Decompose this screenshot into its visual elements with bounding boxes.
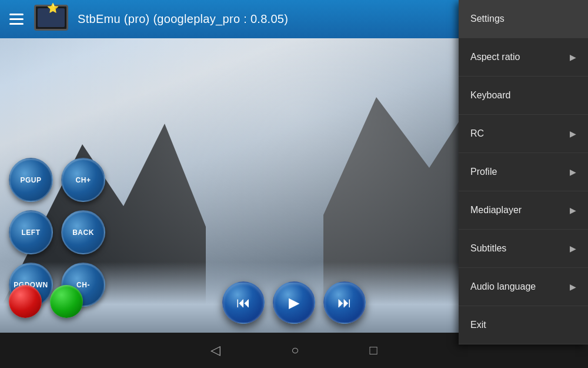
menu-item-settings[interactable]: Settings (459, 0, 588, 38)
fast-forward-button[interactable]: ⏭ (323, 281, 366, 324)
back-button[interactable]: BACK (61, 210, 105, 254)
menu-item-mediaplayer[interactable]: Mediaplayer▶ (459, 191, 588, 230)
back-nav-button[interactable]: ◁ (211, 343, 220, 358)
menu-item-label-mediaplayer: Mediaplayer (470, 205, 522, 216)
chevron-right-icon: ▶ (570, 244, 576, 253)
rewind-button[interactable]: ⏮ (222, 281, 265, 324)
ch-plus-button[interactable]: CH+ (61, 158, 105, 202)
menu-item-exit[interactable]: Exit (459, 306, 588, 344)
chevron-right-icon: ▶ (570, 205, 576, 215)
chevron-right-icon: ▶ (570, 282, 576, 291)
menu-item-label-audio-language: Audio language (470, 281, 536, 292)
menu-item-label-profile: Profile (470, 167, 497, 177)
menu-item-label-aspect-ratio: Aspect ratio (470, 52, 520, 62)
hamburger-line (9, 18, 24, 20)
home-nav-button[interactable]: ○ (291, 343, 299, 358)
chevron-right-icon: ▶ (570, 167, 576, 177)
star-icon: ⭐ (47, 2, 59, 14)
controls-row-1: PGUP CH+ (9, 158, 121, 202)
menu-item-label-keyboard: Keyboard (470, 90, 511, 101)
hamburger-line (9, 14, 24, 15)
hamburger-line (9, 23, 24, 25)
left-button[interactable]: LEFT (9, 210, 53, 254)
fast-forward-icon: ⏭ (338, 294, 352, 311)
menu-item-aspect-ratio[interactable]: Aspect ratio▶ (459, 38, 588, 77)
recents-nav-button[interactable]: □ (370, 343, 377, 358)
tv-logo: ⭐ (34, 5, 69, 34)
app-title: StbEmu (pro) (googleplay_pro : 0.8.05) (78, 12, 288, 26)
menu-item-label-rc: RC (470, 128, 484, 139)
hamburger-button[interactable] (7, 11, 26, 27)
chevron-right-icon: ▶ (570, 129, 576, 138)
menu-item-subtitles[interactable]: Subtitles▶ (459, 230, 588, 268)
play-button[interactable]: ▶ (273, 281, 315, 324)
settings-dropdown: SettingsAspect ratio▶KeyboardRC▶Profile▶… (459, 0, 588, 344)
menu-item-label-exit: Exit (470, 320, 486, 330)
menu-item-profile[interactable]: Profile▶ (459, 153, 588, 191)
app-header: ⭐ StbEmu (pro) (googleplay_pro : 0.8.05) (0, 0, 459, 38)
menu-item-label-subtitles: Subtitles (470, 243, 506, 254)
menu-item-keyboard[interactable]: Keyboard (459, 77, 588, 115)
pgup-button[interactable]: PGUP (9, 158, 53, 202)
menu-item-audio-language[interactable]: Audio language▶ (459, 268, 588, 306)
rewind-icon: ⏮ (236, 294, 250, 311)
menu-item-rc[interactable]: RC▶ (459, 115, 588, 153)
menu-item-label-settings: Settings (470, 14, 505, 24)
controls-row-2: LEFT BACK (9, 210, 121, 254)
chevron-right-icon: ▶ (570, 52, 576, 62)
play-icon: ▶ (289, 294, 299, 311)
